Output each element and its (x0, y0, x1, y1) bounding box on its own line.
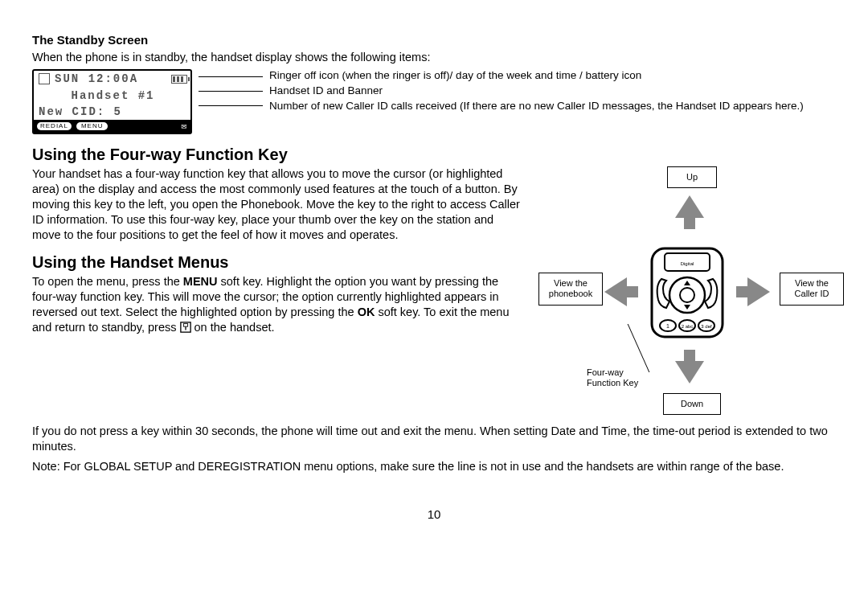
svg-point-7 (680, 288, 694, 302)
end-call-icon (180, 322, 191, 333)
lcd-line1: SUN 12:00A (34, 71, 190, 87)
arrow-up-icon (675, 195, 704, 218)
lcd-time: 12:00A (88, 72, 138, 86)
dir-down: Down (663, 393, 721, 415)
desc-line2: Handset ID and Banner (269, 84, 804, 98)
standby-title: The Standby Screen (32, 32, 836, 48)
svg-text:2 abc: 2 abc (682, 324, 694, 329)
dir-right: View the Caller ID (780, 273, 844, 305)
ringer-off-icon (39, 73, 50, 84)
desc-line1: Ringer off icon (when the ringer is off)… (269, 69, 804, 83)
softkey-menu: MENU (76, 122, 108, 130)
menus-p3: Note: For GLOBAL SETUP and DEREGISTRATIO… (32, 459, 836, 474)
leader-lines (199, 69, 263, 107)
softkey-redial: REDIAL (37, 122, 72, 130)
svg-text:3 def: 3 def (701, 324, 712, 329)
menus-p2: If you do not press a key within 30 seco… (32, 424, 836, 454)
fourway-diagram: Up Digital 1 2 abc (538, 166, 836, 424)
lcd-descriptions: Ringer off icon (when the ringer is off)… (263, 69, 804, 115)
svg-text:1: 1 (666, 323, 669, 329)
menus-title: Using the Handset Menus (32, 252, 522, 273)
fnkey-label: Four-way Function Key (587, 367, 638, 388)
envelope-icon: ✉ (181, 121, 187, 132)
lcd-screen: SUN 12:00A Handset #1 New CID: 5 REDIAL … (32, 69, 192, 134)
arrow-down-icon (675, 361, 704, 383)
fourway-title: Using the Four-way Function Key (32, 144, 836, 165)
page-number: 10 (32, 507, 836, 523)
lcd-line2: Handset #1 (34, 88, 190, 104)
desc-line3: Number of new Caller ID calls received (… (269, 100, 804, 113)
handset-illustration: Digital 1 2 abc 3 def (647, 247, 727, 339)
menus-p1: To open the menu, press the MENU soft ke… (32, 274, 522, 334)
svg-text:Digital: Digital (681, 261, 694, 266)
standby-intro: When the phone is in standby, the handse… (32, 50, 836, 65)
svg-rect-1 (183, 324, 187, 327)
arrow-left-icon (604, 277, 627, 306)
standby-diagram-row: SUN 12:00A Handset #1 New CID: 5 REDIAL … (32, 69, 836, 134)
battery-icon (171, 75, 187, 84)
fourway-body: Your handset has a four-way function key… (32, 166, 522, 242)
lcd-softkeys: REDIAL MENU ✉ (34, 120, 190, 133)
dir-up: Up (667, 166, 717, 188)
dir-left: View the phonebook (538, 273, 603, 305)
lcd-day: SUN (55, 72, 80, 86)
arrow-right-icon (747, 277, 770, 306)
lcd-line3: New CID: 5 (34, 104, 190, 120)
